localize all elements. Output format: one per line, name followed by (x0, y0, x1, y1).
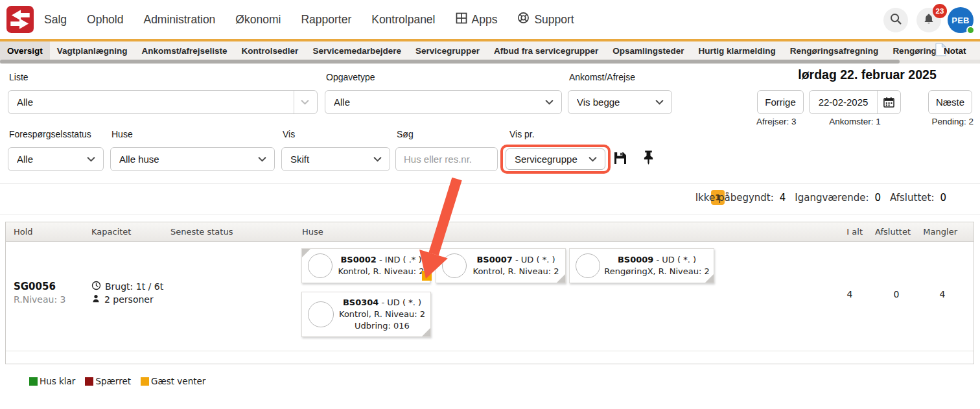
house-id: BS0002 (340, 255, 376, 264)
house-detail: Kontrol, R. Niveau: 2 (471, 266, 561, 277)
tab-rengoringsafregning[interactable]: Rengøringsafregning (783, 41, 886, 60)
tab-servicegrupper[interactable]: Servicegrupper (408, 41, 487, 60)
date-heading: lørdag 22. februar 2025 (760, 67, 975, 82)
chevron-down-icon (589, 156, 597, 162)
notat-label: Notat (944, 46, 966, 56)
ankomst-afrejse-select[interactable]: Vis begge (568, 90, 672, 114)
previous-day-button[interactable]: Forrige (757, 90, 804, 114)
divider (0, 214, 980, 215)
group-level: R.Niveau: 3 (14, 294, 65, 305)
legend-label: Spærret (95, 376, 131, 386)
tab-hurtig-klarmelding[interactable]: Hurtig klarmelding (692, 41, 783, 60)
nav-label: Administration (143, 13, 215, 27)
pending-label: Pending: (931, 117, 966, 126)
nav-item-apps[interactable]: Apps (456, 12, 498, 27)
date-value: 22-02-2025 (810, 97, 877, 108)
tab-servicemedarbejdere[interactable]: Servicemedarbejdere (305, 41, 408, 60)
fold-corner-icon (422, 328, 430, 336)
date-field[interactable]: 22-02-2025 (809, 90, 901, 114)
legend-label: Hus klar (40, 376, 75, 386)
nav-item-ophold[interactable]: Ophold (87, 13, 123, 27)
fold-corner-icon (557, 274, 565, 283)
house-card-bs0304[interactable]: BS0304 - UD ( *. ) Kontrol, R. Niveau: 2… (301, 292, 431, 337)
vis-pr-select[interactable]: Servicegruppe (506, 148, 605, 170)
search-button[interactable] (883, 8, 908, 32)
house-status-circle[interactable] (308, 301, 334, 327)
tabbar-scroll-track (0, 60, 980, 64)
nav-label: Økonomi (235, 13, 281, 27)
forespoergselsstatus-select[interactable]: Alle (8, 147, 104, 171)
tab-kontrolsedler[interactable]: Kontrolsedler (235, 41, 306, 60)
tabbar-scroll-thumb[interactable] (0, 60, 900, 64)
tab-notat[interactable]: Notat (935, 41, 966, 60)
tab-opsamlingsteder[interactable]: Opsamlingsteder (605, 41, 691, 60)
house-id: BS0007 (476, 255, 512, 264)
tab-vagtplanlaegning[interactable]: Vagtplanlægning (50, 41, 135, 60)
vis-pr-label: Vis pr. (509, 129, 535, 139)
capacity-persons-text: 2 personer (104, 294, 154, 305)
house-card-bs0009[interactable]: BS0009 - UD ( *. ) RengøringX, R. Niveau… (569, 248, 714, 283)
nav-item-support[interactable]: Support (517, 12, 574, 27)
orange-square-icon (141, 377, 149, 386)
house-status-circle[interactable] (442, 253, 467, 278)
save-view-button[interactable] (613, 151, 627, 168)
vis-label: Vis (283, 129, 295, 139)
liste-select[interactable]: Alle (8, 90, 318, 114)
pushpin-icon (641, 156, 656, 167)
chevron-down-icon (655, 99, 664, 105)
nav-item-administration[interactable]: Administration (143, 13, 215, 27)
huse-select[interactable]: Alle huse (110, 147, 275, 171)
opgavetype-select[interactable]: Alle (325, 90, 562, 114)
capacity-time: Brugt: 1t / 6t (91, 281, 163, 292)
col-header-afsluttet: Afsluttet (875, 227, 911, 237)
nav-item-rapporter[interactable]: Rapporter (301, 13, 351, 27)
user-avatar[interactable]: PEB (948, 7, 974, 33)
house-card-bs0007[interactable]: BS0007 - UD ( *. ) Kontrol, R. Niveau: 2 (436, 248, 566, 283)
guest-waiting-indicator (422, 271, 432, 281)
next-day-button[interactable]: Næste (928, 90, 972, 114)
house-suffix: - UD ( *. ) (657, 255, 697, 264)
in-progress-label: Igangværende: (795, 192, 869, 204)
house-id: BS0304 (343, 298, 379, 307)
ankomst-afrejse-label: Ankomst/Afrejse (569, 72, 635, 82)
afrejser-label: Afrejser: (756, 117, 789, 126)
tab-ankomst-afrejseliste[interactable]: Ankomst/afrejseliste (135, 41, 235, 60)
house-delivery: Udbring: 016 (338, 320, 426, 332)
ankomst-afrejse-value: Vis begge (577, 97, 655, 108)
nav-item-salg[interactable]: Salg (44, 13, 67, 27)
nav-item-okonomi[interactable]: Økonomi (235, 13, 281, 27)
legend-item-hus-klar: Hus klar (29, 376, 75, 386)
house-card-bs0002[interactable]: BS0002 - IND ( .* ) Kontrol, R. Niveau: … (301, 248, 430, 283)
house-suffix: - UD ( *. ) (382, 298, 422, 307)
house-status-circle[interactable] (308, 253, 332, 278)
search-house-input[interactable] (395, 147, 498, 171)
opgavetype-value: Alle (334, 97, 545, 108)
chevron-down-icon (373, 156, 382, 162)
ankomster-label: Ankomster: (829, 117, 873, 126)
missing-value: 4 (929, 289, 955, 299)
nav-item-kontrolpanel[interactable]: Kontrolpanel (371, 13, 435, 27)
ankomster-stat: Ankomster: 1 (809, 117, 901, 126)
notification-count-badge: 23 (933, 4, 947, 18)
vis-pr-value: Servicegruppe (515, 154, 589, 165)
apps-grid-icon (456, 12, 467, 27)
online-status-dot (966, 26, 975, 34)
liste-value: Alle (17, 97, 294, 108)
ankomster-value: 1 (876, 117, 881, 126)
support-lifebuoy-icon (517, 12, 530, 27)
green-square-icon (29, 377, 38, 386)
app-logo-icon[interactable] (6, 6, 34, 33)
house-status-circle[interactable] (576, 253, 600, 278)
pin-view-button[interactable] (641, 150, 656, 168)
section-tabbar: Oversigt Vagtplanlægning Ankomst/afrejse… (0, 41, 980, 60)
clock-icon (91, 281, 101, 292)
divider (0, 183, 980, 184)
calendar-icon[interactable] (877, 91, 900, 113)
house-detail: Kontrol, R. Niveau: 2 (336, 266, 426, 277)
vis-select[interactable]: Skift (281, 147, 390, 171)
tab-afbud-fra-servicegrupper[interactable]: Afbud fra servicegrupper (487, 41, 605, 60)
col-header-huse: Huse (302, 227, 323, 237)
tab-oversigt[interactable]: Oversigt (0, 41, 50, 60)
notifications-button[interactable]: 23 (916, 8, 941, 32)
house-detail: Kontrol, R. Niveau: 2 (338, 309, 426, 320)
